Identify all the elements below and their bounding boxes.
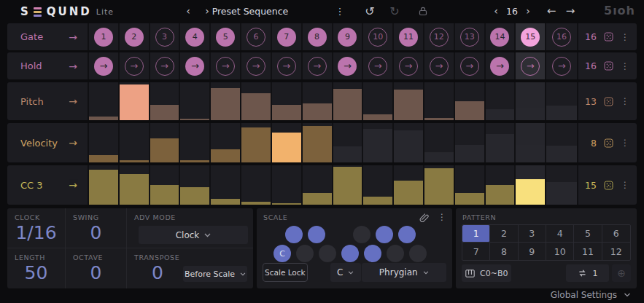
- pitch-step-13[interactable]: [455, 82, 486, 120]
- row-pitch-length-value[interactable]: 13: [585, 96, 597, 107]
- scale-note-a[interactable]: [387, 245, 404, 262]
- row-hold-label[interactable]: Hold →: [7, 52, 89, 79]
- velocity-step-11[interactable]: [394, 123, 424, 162]
- row-direction-icon[interactable]: →: [69, 137, 77, 149]
- cc3-step-1[interactable]: [89, 165, 120, 205]
- row-menu-icon[interactable]: ⋮: [621, 180, 629, 190]
- velocity-step-2[interactable]: [120, 123, 150, 162]
- gate-step-3[interactable]: 3: [150, 23, 181, 50]
- cc3-step-5[interactable]: [211, 165, 241, 205]
- cc3-step-16[interactable]: [546, 165, 577, 205]
- cc3-step-14[interactable]: [486, 165, 516, 205]
- scale-note-d[interactable]: [296, 245, 314, 262]
- pattern-slot-9[interactable]: 9: [519, 243, 546, 260]
- cc3-step-8[interactable]: [303, 165, 333, 205]
- gate-step-11[interactable]: 11: [394, 23, 424, 50]
- pattern-slot-12[interactable]: 12: [602, 243, 630, 260]
- scale-note-b[interactable]: [409, 245, 427, 262]
- pattern-slot-1[interactable]: 1: [462, 225, 490, 243]
- cc3-step-3[interactable]: [150, 165, 181, 205]
- pitch-step-16[interactable]: [546, 82, 577, 120]
- row-menu-icon[interactable]: ⋮: [621, 96, 629, 106]
- hold-step-11[interactable]: →: [394, 52, 424, 79]
- velocity-step-8[interactable]: [303, 123, 333, 162]
- pitch-step-3[interactable]: [150, 82, 181, 120]
- pitch-step-6[interactable]: [241, 82, 272, 120]
- cc3-step-13[interactable]: [455, 165, 486, 205]
- undo-icon[interactable]: ↺: [362, 0, 378, 22]
- hold-step-14[interactable]: →: [486, 52, 516, 79]
- pattern-slot-3[interactable]: 3: [519, 225, 546, 243]
- hold-step-3[interactable]: →: [150, 52, 181, 79]
- velocity-step-16[interactable]: [546, 123, 577, 162]
- cc3-step-12[interactable]: [424, 165, 455, 205]
- redo-icon[interactable]: ↻: [387, 0, 403, 22]
- row-gate-label[interactable]: Gate →: [7, 23, 89, 50]
- cc3-step-10[interactable]: [363, 165, 394, 205]
- pitch-step-5[interactable]: [211, 82, 241, 120]
- row-pitch-label[interactable]: Pitch →: [7, 82, 89, 120]
- scale-menu-icon[interactable]: ⋮: [438, 212, 446, 222]
- scale-note-g[interactable]: [364, 245, 381, 262]
- preset-menu-icon[interactable]: ⋮: [333, 0, 347, 22]
- velocity-step-13[interactable]: [455, 123, 486, 162]
- hold-step-16[interactable]: →: [546, 52, 577, 79]
- gate-step-15[interactable]: 15: [516, 23, 546, 50]
- pattern-repeat[interactable]: 1: [566, 264, 609, 282]
- gate-step-5[interactable]: 5: [211, 23, 241, 50]
- randomize-dice-icon[interactable]: [604, 61, 613, 71]
- pattern-add-icon[interactable]: ⊕: [612, 264, 631, 282]
- row-hold-length-value[interactable]: 16: [585, 60, 597, 71]
- pitch-step-4[interactable]: [180, 82, 211, 120]
- hold-step-4[interactable]: →: [180, 52, 211, 79]
- randomize-dice-icon[interactable]: [604, 181, 613, 190]
- shift-right-icon[interactable]: →: [563, 0, 578, 22]
- gate-step-16[interactable]: 16: [546, 23, 577, 50]
- row-direction-icon[interactable]: →: [69, 60, 77, 72]
- cc3-step-11[interactable]: [394, 165, 424, 205]
- length-value[interactable]: 50: [15, 262, 65, 283]
- cc3-step-7[interactable]: [272, 165, 303, 205]
- preset-name[interactable]: Preset Sequence: [210, 0, 290, 22]
- pattern-slot-4[interactable]: 4: [546, 225, 574, 243]
- row-direction-icon[interactable]: →: [69, 95, 77, 107]
- row-menu-icon[interactable]: ⋮: [621, 61, 629, 71]
- step-count-prev-button[interactable]: ‹: [490, 0, 502, 22]
- pitch-step-15[interactable]: [516, 82, 546, 120]
- adv-mode-dropdown[interactable]: Clock: [139, 226, 248, 244]
- pattern-slot-8[interactable]: 8: [490, 243, 518, 260]
- preset-prev-button[interactable]: ‹: [181, 0, 195, 22]
- row-direction-icon[interactable]: →: [69, 31, 77, 43]
- pitch-step-2[interactable]: [120, 82, 150, 120]
- hold-step-12[interactable]: →: [424, 52, 455, 79]
- velocity-step-10[interactable]: [363, 123, 394, 162]
- scale-note-csharp[interactable]: [285, 226, 303, 243]
- scale-root-dropdown[interactable]: C: [330, 263, 361, 282]
- velocity-step-3[interactable]: [150, 123, 181, 162]
- octave-value[interactable]: 0: [73, 262, 126, 283]
- scale-lock-button[interactable]: Scale Lock: [263, 263, 308, 282]
- scale-note-e[interactable]: [319, 245, 336, 262]
- pattern-key-range[interactable]: C0~B0: [462, 264, 511, 282]
- hold-step-15[interactable]: →: [516, 52, 546, 79]
- scale-note-asharp[interactable]: [398, 226, 416, 243]
- cc3-step-15[interactable]: [516, 165, 546, 205]
- velocity-step-5[interactable]: [211, 123, 241, 162]
- global-settings-button[interactable]: Global Settings: [551, 290, 631, 300]
- scale-note-dsharp[interactable]: [308, 226, 325, 243]
- step-count-value[interactable]: 16: [503, 0, 521, 22]
- hold-step-10[interactable]: →: [363, 52, 394, 79]
- gate-step-13[interactable]: 13: [455, 23, 486, 50]
- row-menu-icon[interactable]: ⋮: [621, 32, 629, 42]
- hold-step-8[interactable]: →: [303, 52, 333, 79]
- scale-note-fsharp[interactable]: [353, 226, 371, 243]
- pattern-slot-11[interactable]: 11: [574, 243, 602, 260]
- velocity-step-14[interactable]: [486, 123, 516, 162]
- pattern-slot-7[interactable]: 7: [462, 243, 490, 260]
- hold-step-13[interactable]: →: [455, 52, 486, 79]
- gate-step-2[interactable]: 2: [120, 23, 150, 50]
- hold-step-1[interactable]: →: [89, 52, 120, 79]
- length-param[interactable]: LENGTH 50: [7, 248, 66, 288]
- row-menu-icon[interactable]: ⋮: [621, 138, 629, 148]
- gate-step-6[interactable]: 6: [241, 23, 272, 50]
